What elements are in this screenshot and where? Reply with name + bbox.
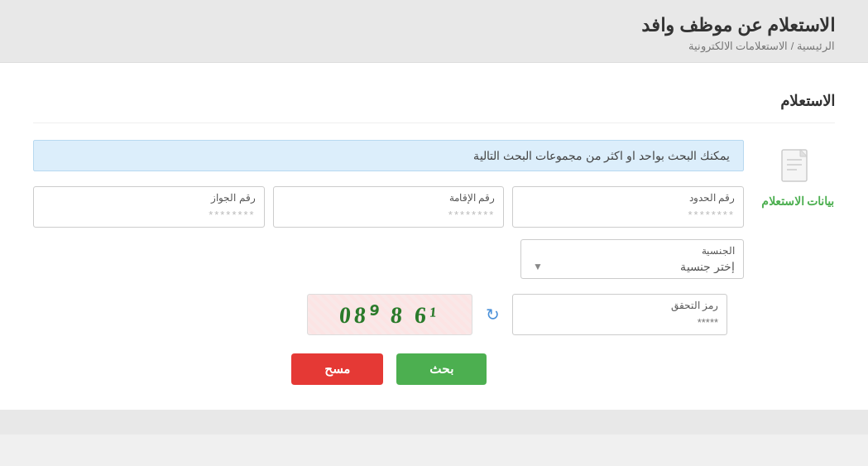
border-number-label: رقم الحدود (521, 192, 735, 204)
buttons-row: بحث مسح (33, 353, 744, 385)
captcha-input-group: رمز التحقق (512, 294, 727, 335)
passport-number-label: رقم الجواز (42, 192, 256, 204)
document-icon (780, 148, 815, 190)
main-input-row: رقم الحدود رقم الإقامة رقم الجواز (33, 186, 744, 228)
nationality-select-wrapper: إختر جنسية ▼ (530, 260, 735, 273)
residence-number-label: رقم الإقامة (282, 192, 496, 204)
captcha-row: رمز التحقق ↻ 6¹ 8 08⁹ (33, 294, 744, 335)
refresh-icon[interactable]: ↻ (481, 305, 504, 324)
search-button[interactable]: بحث (396, 353, 487, 385)
clear-button[interactable]: مسح (291, 353, 383, 385)
form-area: بيانات الاستعلام يمكنك البحث بواحد او اك… (33, 140, 835, 385)
sidebar-icon-area: بيانات الاستعلام (760, 140, 835, 208)
residence-number-input[interactable] (282, 209, 496, 221)
nationality-group: الجنسية إختر جنسية ▼ (520, 239, 744, 279)
passport-number-input[interactable] (42, 209, 256, 221)
nationality-label: الجنسية (530, 245, 735, 257)
residence-number-group: رقم الإقامة (273, 186, 505, 228)
captcha-label: رمز التحقق (521, 300, 718, 311)
breadcrumb: الرئيسية / الاستعلامات الالكترونية (33, 40, 835, 52)
section-title: الاستعلام (33, 79, 835, 123)
dropdown-arrow-icon: ▼ (533, 261, 543, 272)
passport-number-group: رقم الجواز (33, 186, 265, 228)
bottom-bar (0, 410, 868, 435)
header: الاستعلام عن موظف وافد الرئيسية / الاستع… (0, 0, 868, 63)
captcha-image: 6¹ 8 08⁹ (307, 294, 472, 335)
info-box: يمكنك البحث بواحد او اكثر من مجموعات الب… (33, 140, 744, 171)
page-title: الاستعلام عن موظف وافد (33, 15, 835, 36)
main-content: الاستعلام بيانات الاستعلام يمكنك البحث ب… (0, 63, 868, 410)
sidebar-label: بيانات الاستعلام (761, 195, 835, 208)
border-number-group: رقم الحدود (512, 186, 744, 228)
nationality-row: الجنسية إختر جنسية ▼ (33, 239, 744, 279)
nationality-select[interactable]: إختر جنسية (543, 260, 735, 273)
captcha-input[interactable] (521, 316, 718, 329)
captcha-numbers: 6¹ 8 08⁹ (338, 301, 441, 329)
form-section: يمكنك البحث بواحد او اكثر من مجموعات الب… (33, 140, 744, 385)
border-number-input[interactable] (521, 209, 735, 221)
